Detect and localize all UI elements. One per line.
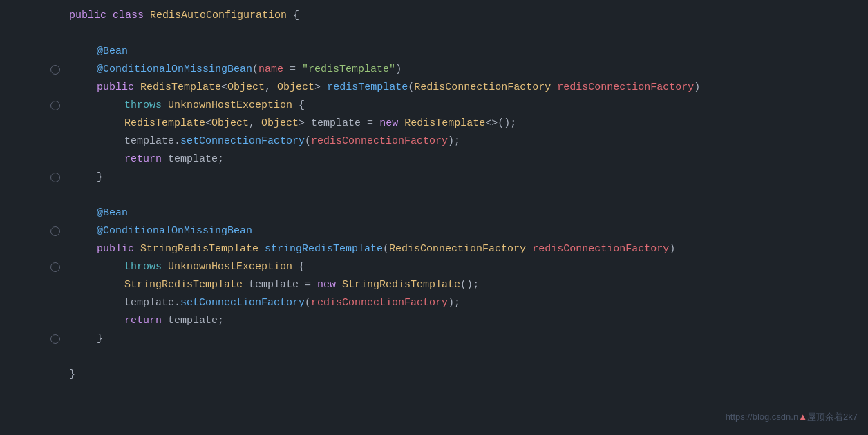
- line-gutter[interactable]: [41, 258, 69, 276]
- code-text: @Bean: [69, 44, 128, 60]
- code-text: @ConditionalOnMissingBean: [69, 223, 252, 240]
- code-line: @ConditionalOnMissingBean: [41, 222, 868, 240]
- line-gutter[interactable]: [41, 294, 69, 312]
- line-gutter[interactable]: [41, 79, 69, 97]
- code-lines: public class RedisAutoConfiguration { @B…: [0, 0, 868, 391]
- code-line: [41, 186, 868, 204]
- breakpoint-icon[interactable]: [50, 334, 60, 344]
- code-line: return template;: [41, 151, 868, 168]
- code-text: }: [69, 367, 75, 383]
- code-text: throws UnknownHostException {: [69, 259, 305, 276]
- code-text: }: [69, 169, 103, 186]
- code-text: template.setConnectionFactory(redisConne…: [69, 133, 460, 150]
- code-line: }: [41, 330, 868, 348]
- code-text: public StringRedisTemplate stringRedisTe…: [69, 241, 675, 258]
- code-text: throws UnknownHostException {: [69, 97, 305, 114]
- code-line: RedisTemplate<Object, Object> template =…: [41, 115, 868, 133]
- code-text: }: [69, 331, 103, 347]
- line-gutter[interactable]: [41, 240, 69, 258]
- breakpoint-icon[interactable]: [50, 101, 60, 110]
- breakpoint-icon[interactable]: [50, 173, 60, 182]
- code-text: [69, 26, 75, 42]
- line-gutter[interactable]: [41, 276, 69, 294]
- line-gutter[interactable]: [41, 348, 69, 366]
- code-line: [41, 348, 868, 366]
- code-line: template.setConnectionFactory(redisConne…: [41, 133, 868, 151]
- breakpoint-icon[interactable]: [50, 65, 60, 75]
- line-gutter[interactable]: [41, 366, 69, 384]
- line-gutter[interactable]: [41, 168, 69, 186]
- code-line: @Bean: [41, 43, 868, 61]
- code-text: @Bean: [69, 205, 128, 222]
- code-line: [41, 25, 868, 43]
- breakpoint-icon[interactable]: [50, 262, 60, 272]
- code-text: [69, 349, 75, 365]
- line-gutter[interactable]: [41, 115, 69, 133]
- line-gutter[interactable]: [41, 204, 69, 222]
- code-line: @ConditionalOnMissingBean(name = "redisT…: [41, 61, 868, 79]
- code-text: return template;: [69, 313, 224, 329]
- code-line: return template;: [41, 312, 868, 330]
- code-text: [69, 187, 75, 204]
- line-gutter[interactable]: [41, 186, 69, 204]
- line-gutter[interactable]: [41, 312, 69, 330]
- code-editor: public class RedisAutoConfiguration { @B…: [0, 0, 868, 435]
- code-line: }: [41, 366, 868, 384]
- code-line: throws UnknownHostException {: [41, 258, 868, 276]
- breakpoint-icon[interactable]: [50, 226, 60, 236]
- code-text: return template;: [69, 151, 224, 168]
- code-text: public RedisTemplate<Object, Object> red…: [69, 79, 700, 96]
- line-gutter[interactable]: [41, 222, 69, 240]
- code-line: @Bean: [41, 204, 868, 222]
- code-line: public StringRedisTemplate stringRedisTe…: [41, 240, 868, 258]
- code-line: StringRedisTemplate template = new Strin…: [41, 276, 868, 294]
- code-text: public class RedisAutoConfiguration {: [69, 8, 299, 24]
- code-line: throws UnknownHostException {: [41, 97, 868, 115]
- watermark: https://blog.csdn.n▲屋顶余着2k7: [726, 410, 858, 425]
- line-gutter[interactable]: [41, 25, 69, 43]
- code-line: }: [41, 168, 868, 186]
- code-text: RedisTemplate<Object, Object> template =…: [69, 115, 516, 132]
- line-gutter[interactable]: [41, 61, 69, 79]
- code-text: StringRedisTemplate template = new Strin…: [69, 277, 479, 293]
- line-gutter[interactable]: [41, 330, 69, 348]
- line-gutter[interactable]: [41, 7, 69, 25]
- line-gutter[interactable]: [41, 151, 69, 168]
- code-text: template.setConnectionFactory(redisConne…: [69, 295, 460, 311]
- code-line: template.setConnectionFactory(redisConne…: [41, 294, 868, 312]
- line-gutter[interactable]: [41, 133, 69, 151]
- line-gutter[interactable]: [41, 97, 69, 115]
- code-line: public class RedisAutoConfiguration {: [41, 7, 868, 25]
- line-gutter[interactable]: [41, 43, 69, 61]
- code-line: public RedisTemplate<Object, Object> red…: [41, 79, 868, 97]
- code-text: @ConditionalOnMissingBean(name = "redisT…: [69, 61, 402, 78]
